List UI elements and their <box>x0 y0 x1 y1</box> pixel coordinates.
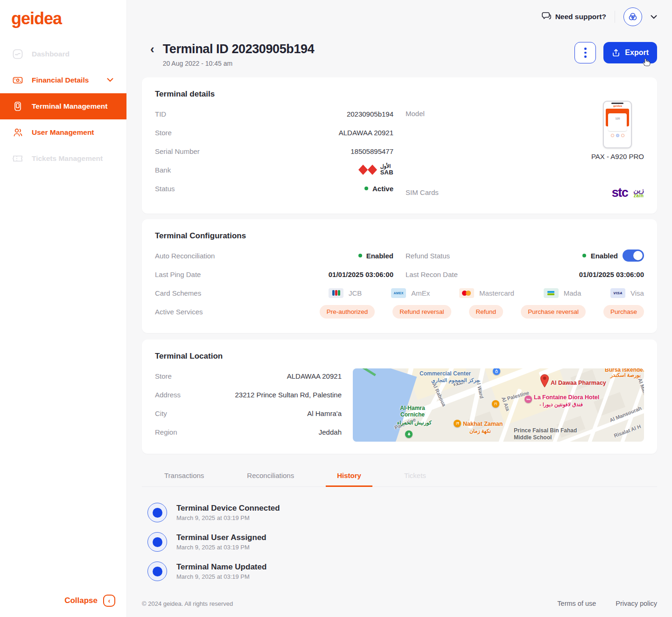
timeline-dot-icon <box>147 532 167 552</box>
hotel-pin-icon <box>525 395 532 403</box>
export-icon <box>612 49 620 57</box>
terminal-device-image: geidea 120 <box>603 101 632 148</box>
tab-tickets[interactable]: Tickets <box>393 467 437 486</box>
export-button[interactable]: Export <box>603 42 657 63</box>
jcb-logo-icon <box>329 288 343 298</box>
device-app-icons <box>604 134 631 137</box>
need-support-button[interactable]: Need support? <box>542 12 606 22</box>
sidebar-item-label: Terminal Management <box>32 102 108 111</box>
tid-value: 20230905b194 <box>347 110 393 118</box>
tab-history[interactable]: History <box>326 467 372 487</box>
page-header: ‹ Terminal ID 20230905b194 20 Aug 2022 -… <box>142 42 657 67</box>
page-subtitle: 20 Aug 2022 - 10:45 am <box>163 60 315 67</box>
back-button[interactable]: ‹ <box>150 43 154 55</box>
status-badge: Active <box>364 185 393 193</box>
detail-row-sim-cards: SIM Cards stc زين zain <box>406 183 644 201</box>
refund-status-toggle[interactable] <box>623 250 644 262</box>
privacy-policy-link[interactable]: Privacy policy <box>616 600 657 607</box>
mastercard-logo-icon <box>459 288 474 298</box>
config-row-last-ping: Last Ping Date 01/01/2025 03:06:00 <box>155 265 393 284</box>
green-dot-icon <box>582 254 586 257</box>
detail-row-model: Model geidea 120 PAX - A920 PRO <box>406 104 644 183</box>
mada-logo-icon <box>544 288 559 298</box>
detail-row-serial: Serial Number 18505895477 <box>155 142 393 160</box>
terminal-location-card: Terminal Location Store ALDAWAA 20921 Ad… <box>142 340 657 454</box>
account-avatar[interactable] <box>623 7 642 26</box>
history-timeline: Terminal Device Connected March 9, 2025 … <box>142 503 657 581</box>
main-content: ‹ Terminal ID 20230905b194 20 Aug 2022 -… <box>142 34 657 617</box>
tab-transactions[interactable]: Transactions <box>153 467 215 486</box>
card-schemes-list: JCB AMEX AmEx Mastercard Mada VISA Visa <box>329 288 644 298</box>
auto-recon-status: Enabled <box>358 252 393 260</box>
card-scheme-visa: VISA Visa <box>610 288 644 298</box>
location-row-address: Address 23212 Prince Sultan Rd, Palestin… <box>155 385 342 404</box>
need-support-label: Need support? <box>555 13 606 21</box>
terminal-icon <box>12 101 23 112</box>
location-row-city: City Al Hamra'a <box>155 404 342 423</box>
card-scheme-amex: AMEX AmEx <box>391 288 430 298</box>
detail-row-status: Status Active <box>155 179 393 198</box>
last-ping-value: 01/01/2025 03:06:00 <box>329 270 393 278</box>
active-services-list: Pre-authorized Refund reversal Refund Pu… <box>320 305 644 319</box>
terminal-configurations-card: Terminal Configurations Auto Reconciliat… <box>142 219 657 333</box>
config-row-refund-status: Refund Status Enabled <box>406 246 644 265</box>
header-actions: Export <box>574 42 657 63</box>
sab-bank-logo: الأول SAB <box>358 164 393 175</box>
sidebar-item-user-management[interactable]: User Management <box>0 119 126 146</box>
location-map[interactable]: Palestine Palestine Al Ward Al Raboua Al… <box>353 368 644 442</box>
sidebar-item-tickets-management[interactable]: Tickets Management <box>0 146 126 172</box>
sidebar-item-label: Financial Details <box>32 76 89 84</box>
device-screen: 120 <box>606 109 629 126</box>
tab-reconciliations[interactable]: Reconciliations <box>236 467 305 486</box>
users-icon <box>12 127 23 138</box>
visa-logo-icon: VISA <box>610 288 625 298</box>
config-row-last-recon: Last Recon Date 01/01/2025 03:06:00 <box>406 265 644 284</box>
terms-of-use-link[interactable]: Terms of use <box>557 600 596 607</box>
title-block: Terminal ID 20230905b194 20 Aug 2022 - 1… <box>163 42 315 67</box>
history-item: Terminal Name Updated March 9, 2025 at 0… <box>147 562 657 581</box>
service-badge: Purchase <box>603 305 644 319</box>
detail-row-tid: TID 20230905b194 <box>155 104 393 123</box>
detail-row-store: Store ALDAWAA 20921 <box>155 123 393 142</box>
location-row-store: Store ALDAWAA 20921 <box>155 367 342 385</box>
sidebar-nav: Dashboard Financial Details Terminal Man… <box>0 41 126 172</box>
chevron-down-icon[interactable] <box>107 78 113 82</box>
topbar-divider <box>615 11 615 23</box>
chat-bubble-icon <box>542 12 551 22</box>
terminal-details-card: Terminal details TID 20230905b194 Store … <box>142 77 657 214</box>
dashboard-icon <box>12 49 23 60</box>
sidebar-item-terminal-management[interactable]: Terminal Management <box>0 93 126 119</box>
sidebar-item-dashboard[interactable]: Dashboard <box>0 41 126 67</box>
sim-logos: stc زين zain <box>612 187 644 198</box>
sidebar: geidea Dashboard Financial Details Termi… <box>0 0 127 617</box>
history-item: Terminal User Assigned March 9, 2025 at … <box>147 532 657 552</box>
green-dot-icon <box>364 187 368 190</box>
stc-logo: stc <box>612 188 628 198</box>
restaurant-pin-icon <box>454 420 461 427</box>
collapse-label: Collapse <box>64 596 98 605</box>
last-recon-value: 01/01/2025 03:06:00 <box>579 270 644 278</box>
store-value: ALDAWAA 20921 <box>339 129 393 137</box>
sidebar-item-financial-details[interactable]: Financial Details <box>0 67 126 93</box>
geidea-logo: geidea <box>0 0 126 28</box>
terminal-device-figure: geidea 120 PAX - A920 PRO <box>591 101 644 183</box>
location-rows: Store ALDAWAA 20921 Address 23212 Prince… <box>155 367 342 442</box>
export-label: Export <box>625 49 649 57</box>
more-actions-button[interactable] <box>574 42 596 63</box>
account-menu-chevron-icon[interactable] <box>651 15 657 19</box>
copyright-text: © 2024 geidea. All rights reserved <box>142 600 233 607</box>
collapse-sidebar-button[interactable]: Collapse ‹ <box>64 595 115 607</box>
card-scheme-mada: Mada <box>544 288 581 298</box>
sidebar-item-label: Tickets Management <box>32 154 103 163</box>
footer: © 2024 geidea. All rights reserved Terms… <box>142 600 657 617</box>
banknote-icon <box>12 75 23 86</box>
cursor-hand-icon <box>641 57 651 67</box>
detail-row-bank: Bank الأول SAB <box>155 160 393 179</box>
collapse-chevron-icon: ‹ <box>103 595 115 607</box>
timeline-dot-icon <box>147 562 167 581</box>
detail-tabs: Transactions Reconciliations History Tic… <box>142 467 657 487</box>
serial-value: 18505895477 <box>350 147 393 155</box>
config-row-auto-reconciliation: Auto Reconciliation Enabled <box>155 246 393 265</box>
details-left-column: TID 20230905b194 Store ALDAWAA 20921 Ser… <box>155 104 393 201</box>
sab-hexagon-icon <box>358 164 377 175</box>
